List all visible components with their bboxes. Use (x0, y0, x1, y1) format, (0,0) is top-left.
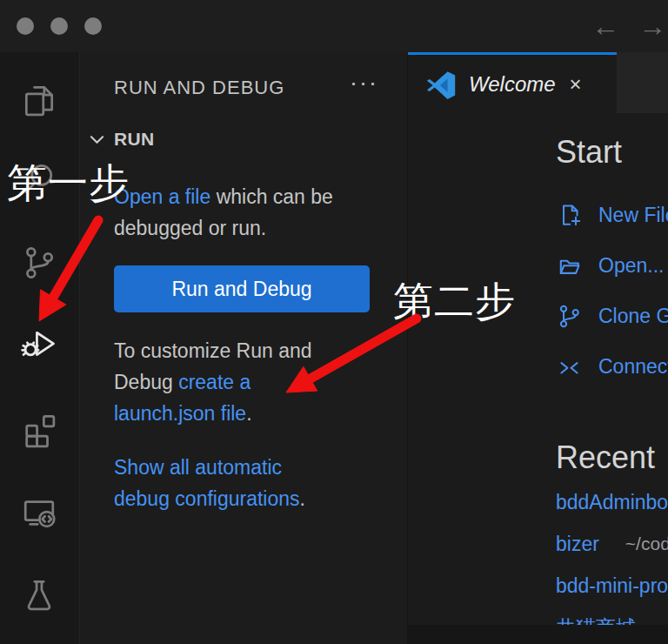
activity-bar (0, 52, 79, 644)
run-section-label: RUN (114, 129, 154, 150)
recent-item[interactable]: bdd-mini-program (556, 565, 668, 607)
run-and-debug-icon[interactable] (20, 324, 58, 362)
git-clone-icon (556, 303, 583, 330)
source-control-icon[interactable] (20, 244, 58, 282)
start-item-open[interactable]: Open... (556, 240, 668, 291)
run-and-debug-button[interactable]: Run and Debug (114, 265, 370, 312)
search-icon[interactable] (20, 160, 58, 198)
tab-bar: Welcome × (408, 52, 668, 113)
start-heading: Start (556, 134, 668, 171)
titlebar: ← → (0, 0, 668, 52)
open-folder-icon (556, 252, 583, 279)
chevron-down-icon (88, 131, 106, 149)
panel-title: RUN AND DEBUG (114, 77, 284, 99)
recent-heading: Recent (556, 439, 668, 476)
maximize-window-button[interactable] (84, 17, 102, 35)
customize-paragraph: To customize Run and Debug create a laun… (114, 335, 344, 429)
explorer-icon[interactable] (20, 82, 58, 120)
show-configs-paragraph: Show all automatic debug configurations. (114, 452, 321, 514)
open-a-file-link[interactable]: Open a file (114, 185, 210, 208)
start-item-new-file[interactable]: New File... (556, 190, 668, 240)
close-icon[interactable]: × (570, 74, 582, 95)
forward-icon[interactable]: → (638, 12, 666, 40)
empty-tab-strip (617, 52, 668, 113)
vscode-logo-icon (425, 69, 457, 100)
back-icon[interactable]: ← (591, 12, 619, 40)
recent-item[interactable]: bizer ~/code (556, 523, 668, 565)
welcome-page: Start New File... Open (408, 113, 668, 625)
remote-connect-icon (556, 353, 583, 380)
tab-welcome[interactable]: Welcome × (408, 52, 617, 113)
vscode-window: ← → (0, 0, 668, 644)
minimize-window-button[interactable] (50, 17, 68, 35)
editor-area: Welcome × Start New File... (407, 52, 668, 644)
remote-explorer-icon[interactable] (20, 493, 58, 531)
history-nav: ← → (591, 12, 668, 40)
show-debug-configurations-link[interactable]: Show all automatic debug configurations (114, 456, 300, 510)
close-window-button[interactable] (17, 17, 34, 35)
run-and-debug-panel: RUN AND DEBUG ··· RUN Open a file which … (79, 52, 407, 644)
traffic-lights (0, 17, 102, 35)
more-actions-icon[interactable]: ··· (350, 77, 378, 89)
start-item-connect[interactable]: Connect to... (556, 341, 668, 392)
extensions-icon[interactable] (20, 410, 58, 448)
run-section-header[interactable]: RUN (80, 129, 407, 150)
recent-item[interactable]: bddAdminboot (556, 481, 668, 523)
editor-bottom-strip (408, 625, 668, 644)
open-file-paragraph: Open a file which can be debugged or run… (114, 181, 333, 244)
recent-item[interactable]: 共猎商城 (556, 607, 668, 625)
testing-icon[interactable] (20, 575, 58, 614)
tab-label: Welcome (469, 72, 556, 97)
start-item-clone[interactable]: Clone Git Repository... (556, 291, 668, 341)
new-file-icon (556, 202, 583, 229)
